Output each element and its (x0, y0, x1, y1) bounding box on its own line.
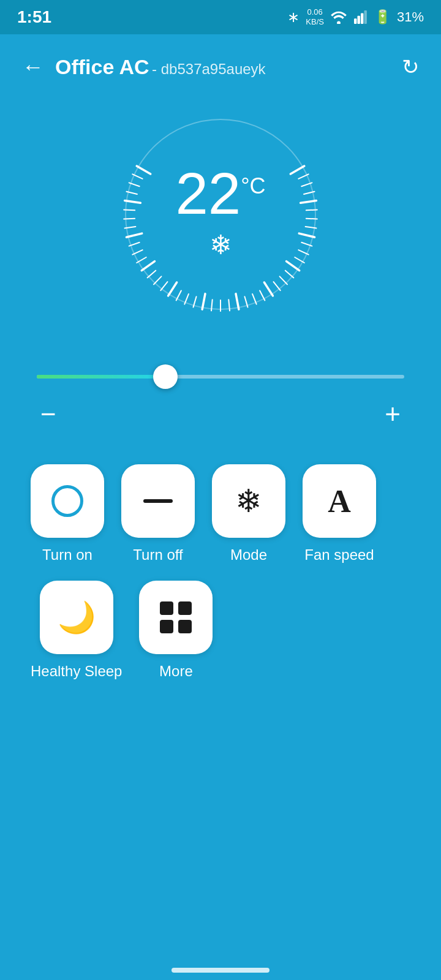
svg-line-44 (306, 209, 317, 210)
temperature-slider[interactable] (37, 361, 404, 392)
svg-line-40 (301, 243, 312, 246)
network-speed: 0.06 KB/S (306, 7, 324, 26)
svg-line-45 (301, 201, 317, 203)
svg-line-33 (264, 282, 273, 296)
slider-track (37, 375, 404, 379)
svg-line-6 (132, 174, 142, 178)
fan-speed-label: Fan speed (304, 546, 374, 564)
svg-line-18 (148, 271, 156, 278)
svg-line-16 (137, 257, 146, 263)
quick-actions: Turn on Turn off ❄ Mode A Fan speed (0, 434, 441, 680)
mode-label: Mode (230, 546, 267, 564)
svg-line-9 (125, 201, 141, 203)
svg-line-35 (280, 276, 287, 284)
svg-line-8 (126, 192, 137, 194)
slider-section: − + (0, 331, 441, 434)
action-more[interactable]: More (139, 581, 213, 680)
svg-line-39 (298, 250, 308, 254)
svg-line-23 (184, 294, 189, 304)
turn-on-label: Turn on (42, 546, 92, 564)
action-turn-on[interactable]: Turn on (31, 464, 104, 564)
svg-line-24 (193, 296, 196, 307)
increase-button[interactable]: + (381, 401, 404, 428)
sleep-icon: 🌙 (58, 600, 96, 635)
back-button[interactable]: ← (22, 54, 44, 80)
refresh-button[interactable]: ↻ (402, 55, 419, 79)
svg-line-49 (290, 166, 304, 174)
svg-line-29 (236, 294, 239, 310)
action-mode[interactable]: ❄ Mode (212, 464, 285, 564)
mode-button[interactable]: ❄ (212, 464, 285, 538)
healthy-sleep-button[interactable]: 🌙 (40, 581, 113, 654)
fan-speed-button[interactable]: A (303, 464, 376, 538)
svg-line-5 (137, 166, 151, 174)
slider-controls: − + (37, 392, 404, 428)
svg-line-17 (141, 262, 154, 271)
svg-line-21 (168, 282, 177, 296)
turn-on-button[interactable] (31, 464, 104, 538)
svg-line-37 (287, 262, 300, 271)
power-on-icon (51, 485, 83, 517)
svg-line-26 (211, 300, 213, 311)
svg-line-38 (295, 257, 304, 263)
svg-line-36 (285, 271, 294, 278)
temperature-unit: °C (241, 173, 265, 198)
decrease-button[interactable]: − (37, 401, 60, 428)
healthy-sleep-label: Healthy Sleep (31, 663, 122, 680)
svg-rect-0 (354, 18, 356, 24)
svg-line-42 (306, 227, 317, 228)
svg-line-43 (306, 219, 317, 219)
temperature-value: 22°C (175, 160, 265, 226)
svg-line-32 (260, 290, 265, 300)
power-off-icon (143, 499, 173, 503)
signal-icon (353, 10, 368, 24)
snowflake-icon: ❄ (175, 229, 265, 260)
svg-line-11 (124, 219, 135, 219)
status-bar: 1:51 ∗ 0.06 KB/S 🔋 31% (0, 0, 441, 34)
turn-off-button[interactable] (121, 464, 195, 538)
svg-line-48 (298, 174, 308, 178)
status-time: 1:51 (17, 7, 51, 27)
svg-line-12 (125, 227, 136, 228)
bluetooth-icon: ∗ (287, 9, 300, 26)
battery-icon: 🔋 (374, 9, 391, 25)
svg-line-7 (129, 183, 140, 186)
device-name: Office AC (55, 55, 149, 78)
wifi-icon (330, 10, 347, 24)
mode-icon: ❄ (235, 483, 262, 519)
more-label: More (159, 663, 193, 680)
svg-line-34 (274, 282, 281, 290)
svg-rect-1 (357, 16, 360, 24)
battery-percent: 31% (397, 9, 424, 25)
svg-line-14 (129, 243, 140, 246)
device-id: - db537a95aueyk (152, 61, 265, 77)
turn-off-label: Turn off (133, 546, 183, 564)
svg-line-10 (124, 209, 135, 210)
svg-line-25 (202, 294, 205, 310)
svg-line-22 (176, 290, 181, 300)
header-left: ← Office AC - db537a95aueyk (22, 54, 266, 80)
more-icon (160, 601, 192, 633)
svg-line-19 (154, 276, 161, 284)
actions-row-1: Turn on Turn off ❄ Mode A Fan speed (31, 464, 410, 564)
more-button[interactable] (139, 581, 213, 654)
header-title-group: Office AC - db537a95aueyk (55, 55, 266, 79)
action-turn-off[interactable]: Turn off (121, 464, 195, 564)
svg-line-41 (299, 233, 314, 237)
action-healthy-sleep[interactable]: 🌙 Healthy Sleep (31, 581, 122, 680)
svg-line-20 (160, 282, 167, 290)
fan-speed-icon: A (328, 483, 351, 519)
svg-line-46 (304, 192, 314, 194)
slider-thumb[interactable] (153, 364, 178, 389)
status-icons: ∗ 0.06 KB/S 🔋 31% (287, 7, 424, 26)
header: ← Office AC - db537a95aueyk ↻ (0, 34, 441, 92)
gauge-center: 22°C ❄ (175, 164, 265, 260)
svg-rect-2 (361, 13, 363, 24)
gauge-container[interactable]: 22°C ❄ (116, 110, 325, 318)
svg-rect-3 (364, 10, 366, 24)
actions-row-2: 🌙 Healthy Sleep More (31, 581, 410, 680)
action-fan-speed[interactable]: A Fan speed (303, 464, 376, 564)
svg-line-28 (228, 300, 230, 311)
slider-fill (37, 375, 165, 379)
svg-line-30 (244, 296, 247, 307)
